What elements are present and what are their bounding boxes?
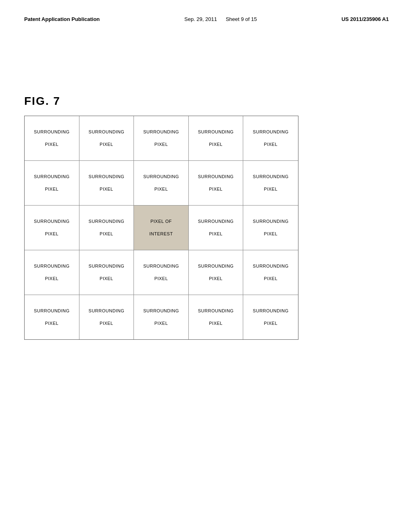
cell-label-line2: PIXEL xyxy=(45,231,58,237)
cell-label-line2: PIXEL xyxy=(264,231,277,237)
cell-label-line2: PIXEL xyxy=(100,320,113,326)
cell-label-line1: SURROUNDING xyxy=(143,308,179,314)
surrounding-pixel-cell: SURROUNDINGPIXEL xyxy=(189,250,244,295)
grid-row: SURROUNDINGPIXELSURROUNDINGPIXELSURROUND… xyxy=(25,161,298,206)
grid-row: SURROUNDINGPIXELSURROUNDINGPIXELSURROUND… xyxy=(25,116,298,161)
header-sheet: Sheet 9 of 15 xyxy=(226,16,257,22)
page-header: Patent Application Publication Sep. 29, … xyxy=(24,16,389,22)
cell-label-line2: PIXEL xyxy=(100,276,113,282)
cell-label-line2: PIXEL xyxy=(154,320,168,326)
cell-label-line1: SURROUNDING xyxy=(253,129,289,135)
surrounding-pixel-cell: SURROUNDINGPIXEL xyxy=(189,116,244,160)
cell-label-line1: SURROUNDING xyxy=(253,174,289,180)
cell-label-line2: PIXEL xyxy=(209,231,223,237)
cell-label-line2: PIXEL xyxy=(154,186,168,192)
cell-label-line1: SURROUNDING xyxy=(34,129,70,135)
cell-label-line1: SURROUNDING xyxy=(89,308,125,314)
surrounding-pixel-cell: SURROUNDINGPIXEL xyxy=(189,161,244,205)
cell-label-line1: SURROUNDING xyxy=(89,129,125,135)
cell-label-line1: SURROUNDING xyxy=(253,218,289,224)
cell-label-line1: SURROUNDING xyxy=(89,218,125,224)
cell-label-line1: SURROUNDING xyxy=(34,218,70,224)
cell-label-line1: SURROUNDING xyxy=(143,263,179,269)
header-date: Sep. 29, 2011 xyxy=(184,16,217,22)
cell-label-line2: PIXEL xyxy=(209,320,223,326)
grid-row: SURROUNDINGPIXELSURROUNDINGPIXELSURROUND… xyxy=(25,250,298,295)
surrounding-pixel-cell: SURROUNDINGPIXEL xyxy=(134,116,189,160)
surrounding-pixel-cell: SURROUNDINGPIXEL xyxy=(25,161,79,205)
surrounding-pixel-cell: SURROUNDINGPIXEL xyxy=(79,206,134,250)
cell-label-line2: PIXEL xyxy=(100,141,113,148)
cell-label-line1: SURROUNDING xyxy=(34,308,70,314)
cell-label-line2: PIXEL xyxy=(100,186,113,192)
cell-label-line1: SURROUNDING xyxy=(89,174,125,180)
surrounding-pixel-cell: SURROUNDINGPIXEL xyxy=(243,116,298,160)
cell-label-line2: PIXEL xyxy=(154,141,168,148)
cell-label-line2: PIXEL xyxy=(45,276,58,282)
cell-label-line1: SURROUNDING xyxy=(89,263,125,269)
surrounding-pixel-cell: SURROUNDINGPIXEL xyxy=(243,161,298,205)
surrounding-pixel-cell: SURROUNDINGPIXEL xyxy=(243,206,298,250)
header-right: US 2011/235906 A1 xyxy=(342,16,389,22)
header-left: Patent Application Publication xyxy=(24,16,100,22)
surrounding-pixel-cell: SURROUNDINGPIXEL xyxy=(25,206,79,250)
cell-label-line1: SURROUNDING xyxy=(198,263,234,269)
surrounding-pixel-cell: SURROUNDINGPIXEL xyxy=(25,295,79,339)
figure-label: FIG. 7 xyxy=(24,95,389,108)
surrounding-pixel-cell: SURROUNDINGPIXEL xyxy=(189,206,244,250)
surrounding-pixel-cell: SURROUNDINGPIXEL xyxy=(189,295,244,339)
cell-label-line2: PIXEL xyxy=(209,141,223,148)
grid-row: SURROUNDINGPIXELSURROUNDINGPIXELSURROUND… xyxy=(25,295,298,339)
grid-row: SURROUNDINGPIXELSURROUNDINGPIXELPIXEL OF… xyxy=(25,206,298,250)
cell-label-line2: PIXEL xyxy=(264,141,277,148)
cell-label-line2: PIXEL xyxy=(209,276,223,282)
cell-label-line2: PIXEL xyxy=(154,276,168,282)
cell-label-line2: PIXEL xyxy=(45,320,58,326)
surrounding-pixel-cell: SURROUNDINGPIXEL xyxy=(243,295,298,339)
surrounding-pixel-cell: SURROUNDINGPIXEL xyxy=(79,116,134,160)
cell-label-line2: PIXEL xyxy=(45,141,58,148)
surrounding-pixel-cell: SURROUNDINGPIXEL xyxy=(79,250,134,295)
surrounding-pixel-cell: SURROUNDINGPIXEL xyxy=(134,250,189,295)
cell-label-line2: PIXEL xyxy=(100,231,113,237)
cell-label-line2: PIXEL xyxy=(264,276,277,282)
cell-label-line2: PIXEL xyxy=(264,320,277,326)
cell-label-line1: PIXEL OF xyxy=(150,218,172,224)
cell-label-line2: PIXEL xyxy=(209,186,223,192)
cell-label-line2: INTEREST xyxy=(149,231,173,237)
surrounding-pixel-cell: SURROUNDINGPIXEL xyxy=(243,250,298,295)
cell-label-line1: SURROUNDING xyxy=(34,263,70,269)
surrounding-pixel-cell: SURROUNDINGPIXEL xyxy=(25,116,79,160)
cell-label-line2: PIXEL xyxy=(45,186,58,192)
page: Patent Application Publication Sep. 29, … xyxy=(0,0,413,532)
surrounding-pixel-cell: SURROUNDINGPIXEL xyxy=(134,295,189,339)
cell-label-line2: PIXEL xyxy=(264,186,277,192)
surrounding-pixel-cell: SURROUNDINGPIXEL xyxy=(134,161,189,205)
surrounding-pixel-cell: SURROUNDINGPIXEL xyxy=(79,295,134,339)
surrounding-pixel-cell: SURROUNDINGPIXEL xyxy=(79,161,134,205)
cell-label-line1: SURROUNDING xyxy=(198,308,234,314)
cell-label-line1: SURROUNDING xyxy=(143,174,179,180)
cell-label-line1: SURROUNDING xyxy=(198,174,234,180)
cell-label-line1: SURROUNDING xyxy=(143,129,179,135)
pixel-of-interest-cell: PIXEL OFINTEREST xyxy=(134,206,189,250)
cell-label-line1: SURROUNDING xyxy=(198,218,234,224)
header-center: Sep. 29, 2011 Sheet 9 of 15 xyxy=(184,16,257,22)
cell-label-line1: SURROUNDING xyxy=(34,174,70,180)
cell-label-line1: SURROUNDING xyxy=(253,308,289,314)
surrounding-pixel-cell: SURROUNDINGPIXEL xyxy=(25,250,79,295)
cell-label-line1: SURROUNDING xyxy=(253,263,289,269)
cell-label-line1: SURROUNDING xyxy=(198,129,234,135)
pixel-grid: SURROUNDINGPIXELSURROUNDINGPIXELSURROUND… xyxy=(24,116,298,340)
